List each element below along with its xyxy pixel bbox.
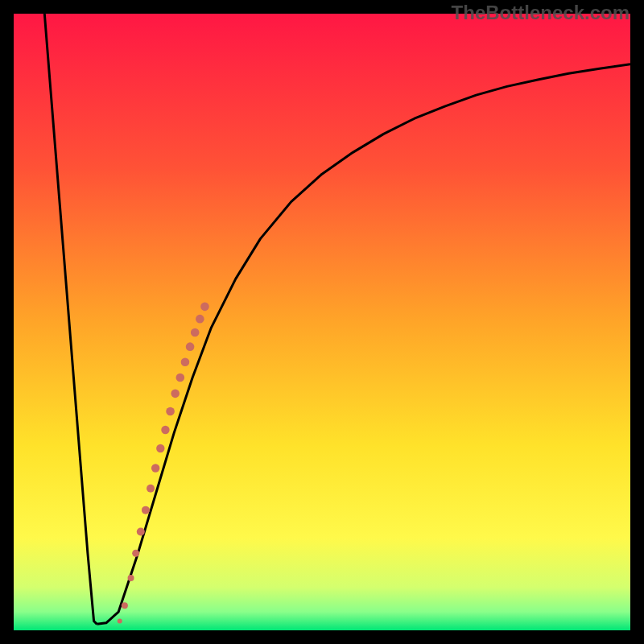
dot-marker — [196, 315, 204, 324]
chart-svg — [14, 14, 630, 630]
dot-marker — [151, 464, 159, 472]
dot-marker — [137, 527, 145, 535]
chart-container: TheBottleneck.com — [0, 0, 644, 644]
dot-marker — [142, 506, 150, 514]
dot-marker — [166, 407, 175, 416]
plot-area — [14, 14, 630, 630]
watermark-text: TheBottleneck.com — [452, 2, 630, 24]
dot-marker — [200, 303, 209, 312]
dot-marker — [156, 444, 164, 452]
dot-marker — [171, 390, 180, 398]
dot-marker — [186, 342, 195, 351]
dot-marker — [132, 550, 139, 557]
dot-marker — [176, 374, 185, 382]
dot-marker — [191, 328, 200, 337]
dot-marker — [161, 426, 169, 434]
dot-marker — [122, 602, 128, 609]
dot-marker — [147, 485, 155, 493]
dot-marker — [118, 619, 122, 624]
dot-marker — [128, 575, 134, 581]
dot-marker — [181, 357, 190, 366]
gradient-background — [14, 14, 630, 630]
